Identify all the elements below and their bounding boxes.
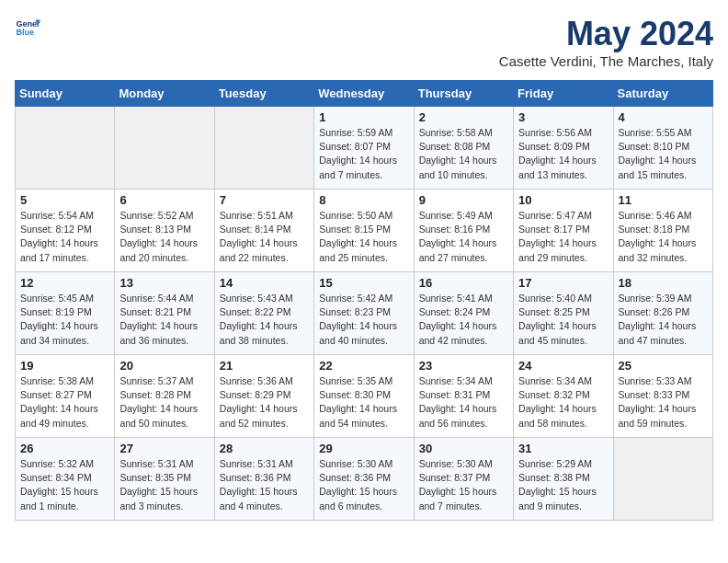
calendar-cell: 8Sunrise: 5:50 AMSunset: 8:15 PMDaylight… <box>314 190 414 272</box>
week-row-1: 1Sunrise: 5:59 AMSunset: 8:07 PMDaylight… <box>16 107 713 190</box>
day-number: 2 <box>419 110 508 124</box>
day-info: Sunrise: 5:41 AMSunset: 8:24 PMDaylight:… <box>419 292 508 348</box>
calendar-body: 1Sunrise: 5:59 AMSunset: 8:07 PMDaylight… <box>16 107 713 521</box>
calendar-cell: 19Sunrise: 5:38 AMSunset: 8:27 PMDayligh… <box>16 355 115 438</box>
day-info: Sunrise: 5:49 AMSunset: 8:16 PMDaylight:… <box>419 209 508 265</box>
week-row-5: 26Sunrise: 5:32 AMSunset: 8:34 PMDayligh… <box>16 438 713 521</box>
day-number: 28 <box>220 442 309 455</box>
calendar-cell: 3Sunrise: 5:56 AMSunset: 8:09 PMDaylight… <box>514 107 613 190</box>
day-info: Sunrise: 5:38 AMSunset: 8:27 PMDaylight:… <box>20 374 109 431</box>
day-info: Sunrise: 5:54 AMSunset: 8:12 PMDaylight:… <box>20 209 109 265</box>
day-number: 21 <box>220 359 309 373</box>
day-info: Sunrise: 5:52 AMSunset: 8:13 PMDaylight:… <box>119 209 209 265</box>
day-number: 26 <box>20 442 109 455</box>
day-info: Sunrise: 5:55 AMSunset: 8:10 PMDaylight:… <box>619 126 708 182</box>
calendar-cell: 25Sunrise: 5:33 AMSunset: 8:33 PMDayligh… <box>613 355 712 438</box>
calendar-cell <box>16 107 115 190</box>
day-number: 31 <box>518 442 608 455</box>
day-info: Sunrise: 5:35 AMSunset: 8:30 PMDaylight:… <box>319 374 408 431</box>
calendar-cell: 15Sunrise: 5:42 AMSunset: 8:23 PMDayligh… <box>314 272 414 355</box>
day-number: 30 <box>419 442 508 455</box>
day-info: Sunrise: 5:30 AMSunset: 8:37 PMDaylight:… <box>419 457 508 513</box>
calendar-cell: 31Sunrise: 5:29 AMSunset: 8:38 PMDayligh… <box>514 438 613 521</box>
day-info: Sunrise: 5:36 AMSunset: 8:29 PMDaylight:… <box>220 374 309 431</box>
day-number: 13 <box>119 276 209 290</box>
day-info: Sunrise: 5:42 AMSunset: 8:23 PMDaylight:… <box>319 292 408 348</box>
calendar-cell: 10Sunrise: 5:47 AMSunset: 8:17 PMDayligh… <box>514 190 613 272</box>
calendar-cell: 21Sunrise: 5:36 AMSunset: 8:29 PMDayligh… <box>214 355 313 438</box>
day-number: 8 <box>319 193 408 207</box>
header-cell-saturday: Saturday <box>613 81 712 107</box>
day-number: 1 <box>319 110 408 124</box>
day-info: Sunrise: 5:59 AMSunset: 8:07 PMDaylight:… <box>319 126 408 182</box>
day-number: 10 <box>518 193 608 207</box>
day-info: Sunrise: 5:50 AMSunset: 8:15 PMDaylight:… <box>319 209 408 265</box>
logo: General Blue <box>15 15 40 40</box>
week-row-3: 12Sunrise: 5:45 AMSunset: 8:19 PMDayligh… <box>16 272 713 355</box>
svg-text:Blue: Blue <box>16 28 34 37</box>
calendar-cell: 22Sunrise: 5:35 AMSunset: 8:30 PMDayligh… <box>314 355 414 438</box>
calendar-cell: 12Sunrise: 5:45 AMSunset: 8:19 PMDayligh… <box>16 272 115 355</box>
calendar-cell: 26Sunrise: 5:32 AMSunset: 8:34 PMDayligh… <box>16 438 115 521</box>
day-info: Sunrise: 5:43 AMSunset: 8:22 PMDaylight:… <box>220 292 309 348</box>
header-cell-wednesday: Wednesday <box>314 81 414 107</box>
calendar-cell: 1Sunrise: 5:59 AMSunset: 8:07 PMDaylight… <box>314 107 414 190</box>
calendar-title: May 2024 <box>499 15 713 53</box>
day-info: Sunrise: 5:40 AMSunset: 8:25 PMDaylight:… <box>518 292 608 348</box>
day-number: 15 <box>319 276 408 290</box>
header: General Blue May 2024 Casette Verdini, T… <box>15 15 713 69</box>
calendar-cell: 23Sunrise: 5:34 AMSunset: 8:31 PMDayligh… <box>414 355 513 438</box>
week-row-4: 19Sunrise: 5:38 AMSunset: 8:27 PMDayligh… <box>16 355 713 438</box>
day-info: Sunrise: 5:34 AMSunset: 8:31 PMDaylight:… <box>419 374 508 431</box>
calendar-cell: 27Sunrise: 5:31 AMSunset: 8:35 PMDayligh… <box>115 438 214 521</box>
day-number: 14 <box>220 276 309 290</box>
calendar-cell: 6Sunrise: 5:52 AMSunset: 8:13 PMDaylight… <box>115 190 214 272</box>
day-number: 27 <box>119 442 209 455</box>
day-info: Sunrise: 5:37 AMSunset: 8:28 PMDaylight:… <box>119 374 209 431</box>
day-number: 3 <box>518 110 608 124</box>
day-info: Sunrise: 5:33 AMSunset: 8:33 PMDaylight:… <box>619 374 708 431</box>
day-number: 20 <box>119 359 209 373</box>
day-info: Sunrise: 5:29 AMSunset: 8:38 PMDaylight:… <box>518 457 608 513</box>
calendar-cell <box>214 107 313 190</box>
day-number: 22 <box>319 359 408 373</box>
calendar-cell <box>613 438 712 521</box>
day-info: Sunrise: 5:58 AMSunset: 8:08 PMDaylight:… <box>419 126 508 182</box>
day-info: Sunrise: 5:44 AMSunset: 8:21 PMDaylight:… <box>119 292 209 348</box>
day-info: Sunrise: 5:31 AMSunset: 8:35 PMDaylight:… <box>119 457 209 513</box>
calendar-cell: 13Sunrise: 5:44 AMSunset: 8:21 PMDayligh… <box>115 272 214 355</box>
day-number: 17 <box>518 276 608 290</box>
header-cell-tuesday: Tuesday <box>214 81 313 107</box>
day-number: 7 <box>220 193 309 207</box>
header-cell-friday: Friday <box>514 81 613 107</box>
day-number: 4 <box>619 110 708 124</box>
day-number: 23 <box>419 359 508 373</box>
day-number: 12 <box>20 276 109 290</box>
header-cell-sunday: Sunday <box>16 81 115 107</box>
week-row-2: 5Sunrise: 5:54 AMSunset: 8:12 PMDaylight… <box>16 190 713 272</box>
calendar-cell: 11Sunrise: 5:46 AMSunset: 8:18 PMDayligh… <box>613 190 712 272</box>
day-number: 24 <box>518 359 608 373</box>
day-number: 16 <box>419 276 508 290</box>
title-area: May 2024 Casette Verdini, The Marches, I… <box>499 15 713 69</box>
calendar-cell: 29Sunrise: 5:30 AMSunset: 8:36 PMDayligh… <box>314 438 414 521</box>
calendar-cell: 20Sunrise: 5:37 AMSunset: 8:28 PMDayligh… <box>115 355 214 438</box>
day-info: Sunrise: 5:45 AMSunset: 8:19 PMDaylight:… <box>20 292 109 348</box>
calendar-cell <box>115 107 214 190</box>
day-info: Sunrise: 5:47 AMSunset: 8:17 PMDaylight:… <box>518 209 608 265</box>
day-info: Sunrise: 5:56 AMSunset: 8:09 PMDaylight:… <box>518 126 608 182</box>
day-info: Sunrise: 5:31 AMSunset: 8:36 PMDaylight:… <box>220 457 309 513</box>
calendar-cell: 9Sunrise: 5:49 AMSunset: 8:16 PMDaylight… <box>414 190 513 272</box>
calendar-subtitle: Casette Verdini, The Marches, Italy <box>499 53 713 69</box>
day-info: Sunrise: 5:46 AMSunset: 8:18 PMDaylight:… <box>619 209 708 265</box>
day-info: Sunrise: 5:51 AMSunset: 8:14 PMDaylight:… <box>220 209 309 265</box>
calendar-cell: 16Sunrise: 5:41 AMSunset: 8:24 PMDayligh… <box>414 272 513 355</box>
calendar-cell: 14Sunrise: 5:43 AMSunset: 8:22 PMDayligh… <box>214 272 313 355</box>
day-info: Sunrise: 5:30 AMSunset: 8:36 PMDaylight:… <box>319 457 408 513</box>
calendar-table: SundayMondayTuesdayWednesdayThursdayFrid… <box>15 80 713 521</box>
calendar-cell: 18Sunrise: 5:39 AMSunset: 8:26 PMDayligh… <box>613 272 712 355</box>
day-number: 29 <box>319 442 408 455</box>
day-number: 25 <box>619 359 708 373</box>
day-number: 9 <box>419 193 508 207</box>
calendar-cell: 2Sunrise: 5:58 AMSunset: 8:08 PMDaylight… <box>414 107 513 190</box>
